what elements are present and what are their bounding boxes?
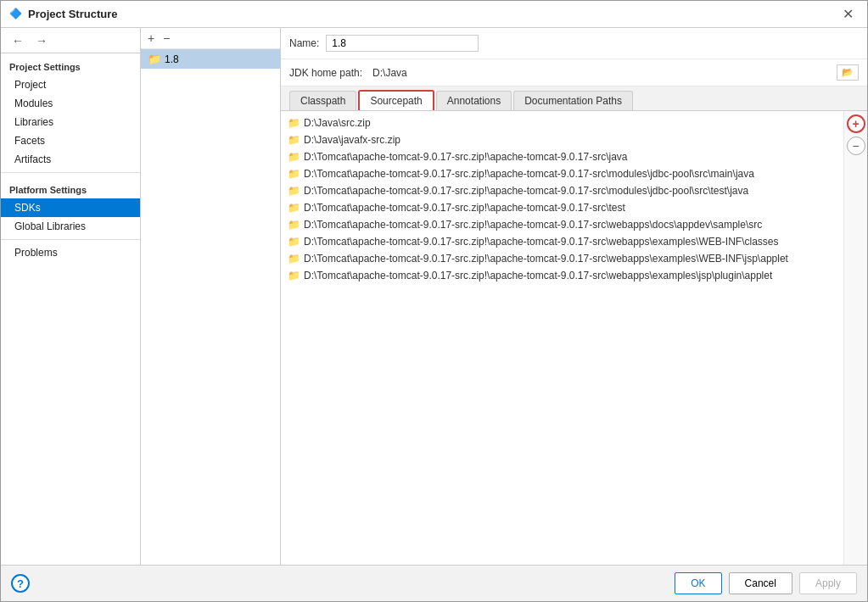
folder-browse-icon: 📂 bbox=[842, 67, 854, 77]
sidebar-item-modules[interactable]: Modules bbox=[1, 94, 140, 113]
sdk-panel: + − 📁 1.8 bbox=[141, 28, 281, 565]
path-text: D:\Tomcat\apache-tomcat-9.0.17-src.zip!\… bbox=[304, 185, 748, 197]
title-bar: 🔷 Project Structure ✕ bbox=[1, 1, 867, 28]
path-item[interactable]: 📁 D:\Java\src.zip bbox=[281, 114, 843, 131]
back-button[interactable]: ← bbox=[8, 32, 28, 49]
path-item[interactable]: 📁 D:\Tomcat\apache-tomcat-9.0.17-src.zip… bbox=[281, 233, 843, 250]
path-item[interactable]: 📁 D:\Tomcat\apache-tomcat-9.0.17-src.zip… bbox=[281, 199, 843, 216]
sidebar-divider bbox=[1, 172, 140, 173]
sidebar: ← → Project Settings Project Modules Lib… bbox=[1, 28, 141, 565]
path-item[interactable]: 📁 D:\Tomcat\apache-tomcat-9.0.17-src.zip… bbox=[281, 148, 843, 165]
center-wrapper: + − 📁 1.8 Name: JDK home path: D:\ bbox=[141, 28, 867, 565]
path-text: D:\Java\src.zip bbox=[304, 117, 371, 129]
sidebar-item-problems[interactable]: Problems bbox=[1, 243, 140, 262]
jdk-row: JDK home path: D:\Java 📂 bbox=[281, 59, 867, 86]
dialog-title: Project Structure bbox=[28, 8, 117, 20]
project-structure-dialog: 🔷 Project Structure ✕ ← → Project Settin… bbox=[0, 0, 868, 602]
path-text: D:\Java\javafx-src.zip bbox=[304, 134, 400, 146]
path-text: D:\Tomcat\apache-tomcat-9.0.17-src.zip!\… bbox=[304, 270, 772, 281]
name-row: Name: bbox=[281, 28, 867, 59]
path-folder-icon: 📁 bbox=[288, 168, 300, 180]
main-content: ← → Project Settings Project Modules Lib… bbox=[1, 28, 867, 565]
path-item[interactable]: 📁 D:\Java\javafx-src.zip bbox=[281, 131, 843, 148]
sidebar-divider-2 bbox=[1, 239, 140, 240]
help-button[interactable]: ? bbox=[11, 574, 30, 593]
path-folder-icon: 📁 bbox=[288, 134, 300, 146]
path-item[interactable]: 📁 D:\Tomcat\apache-tomcat-9.0.17-src.zip… bbox=[281, 216, 843, 233]
sidebar-item-project[interactable]: Project bbox=[1, 75, 140, 94]
jdk-value: D:\Java bbox=[369, 65, 830, 81]
sdk-label: 1.8 bbox=[165, 53, 179, 65]
sidebar-item-artifacts[interactable]: Artifacts bbox=[1, 150, 140, 169]
add-path-button[interactable]: + bbox=[847, 114, 865, 133]
path-text: D:\Tomcat\apache-tomcat-9.0.17-src.zip!\… bbox=[304, 202, 625, 214]
dialog-icon: 🔷 bbox=[9, 8, 23, 21]
path-folder-icon: 📁 bbox=[288, 151, 300, 163]
paths-list: 📁 D:\Java\src.zip 📁 D:\Java\javafx-src.z… bbox=[281, 111, 843, 565]
name-label: Name: bbox=[289, 37, 319, 49]
footer: ? OK Cancel Apply bbox=[1, 565, 867, 601]
path-folder-icon: 📁 bbox=[288, 185, 300, 197]
path-text: D:\Tomcat\apache-tomcat-9.0.17-src.zip!\… bbox=[304, 168, 754, 180]
path-folder-icon: 📁 bbox=[288, 270, 300, 281]
side-actions: + − bbox=[843, 111, 867, 565]
path-folder-icon: 📁 bbox=[288, 253, 300, 265]
nav-bar: ← → bbox=[1, 28, 140, 53]
sidebar-item-global-libraries[interactable]: Global Libraries bbox=[1, 217, 140, 236]
close-button[interactable]: ✕ bbox=[837, 4, 859, 24]
tab-annotations[interactable]: Annotations bbox=[436, 91, 512, 110]
sidebar-item-facets[interactable]: Facets bbox=[1, 131, 140, 150]
sdk-toolbar: + − bbox=[141, 28, 280, 49]
path-text: D:\Tomcat\apache-tomcat-9.0.17-src.zip!\… bbox=[304, 219, 762, 231]
tab-documentation-paths[interactable]: Documentation Paths bbox=[513, 91, 633, 110]
sdk-add-button[interactable]: + bbox=[144, 31, 158, 46]
path-item[interactable]: 📁 D:\Tomcat\apache-tomcat-9.0.17-src.zip… bbox=[281, 250, 843, 267]
tab-classpath[interactable]: Classpath bbox=[289, 91, 356, 110]
title-bar-left: 🔷 Project Structure bbox=[9, 8, 117, 21]
sidebar-item-sdks[interactable]: SDKs bbox=[1, 198, 140, 217]
path-folder-icon: 📁 bbox=[288, 202, 300, 214]
sdk-folder-icon: 📁 bbox=[148, 53, 161, 65]
right-panel: Name: JDK home path: D:\Java 📂 Classpath bbox=[281, 28, 867, 565]
path-item[interactable]: 📁 D:\Tomcat\apache-tomcat-9.0.17-src.zip… bbox=[281, 267, 843, 284]
path-item[interactable]: 📁 D:\Tomcat\apache-tomcat-9.0.17-src.zip… bbox=[281, 182, 843, 199]
path-text: D:\Tomcat\apache-tomcat-9.0.17-src.zip!\… bbox=[304, 151, 628, 163]
path-item[interactable]: 📁 D:\Tomcat\apache-tomcat-9.0.17-src.zip… bbox=[281, 165, 843, 182]
remove-path-button[interactable]: − bbox=[847, 137, 865, 155]
ok-button[interactable]: OK bbox=[675, 572, 721, 594]
platform-settings-label: Platform Settings bbox=[1, 176, 140, 198]
sdk-remove-button[interactable]: − bbox=[160, 31, 173, 46]
forward-button[interactable]: → bbox=[31, 32, 52, 49]
name-input[interactable] bbox=[326, 35, 479, 52]
sidebar-item-libraries[interactable]: Libraries bbox=[1, 113, 140, 131]
path-folder-icon: 📁 bbox=[288, 219, 300, 231]
tab-sourcepath[interactable]: Sourcepath bbox=[358, 90, 434, 110]
browse-button[interactable]: 📂 bbox=[837, 64, 859, 81]
path-folder-icon: 📁 bbox=[288, 117, 300, 129]
apply-button[interactable]: Apply bbox=[799, 572, 857, 594]
path-folder-icon: 📁 bbox=[288, 236, 300, 248]
tabs-row: Classpath Sourcepath Annotations Documen… bbox=[281, 86, 867, 111]
jdk-label: JDK home path: bbox=[289, 67, 362, 79]
project-settings-label: Project Settings bbox=[1, 53, 140, 75]
sdk-list-item-1.8[interactable]: 📁 1.8 bbox=[141, 49, 280, 69]
paths-container: 📁 D:\Java\src.zip 📁 D:\Java\javafx-src.z… bbox=[281, 111, 867, 565]
path-text: D:\Tomcat\apache-tomcat-9.0.17-src.zip!\… bbox=[304, 253, 788, 265]
cancel-button[interactable]: Cancel bbox=[729, 572, 792, 594]
path-text: D:\Tomcat\apache-tomcat-9.0.17-src.zip!\… bbox=[304, 236, 779, 248]
